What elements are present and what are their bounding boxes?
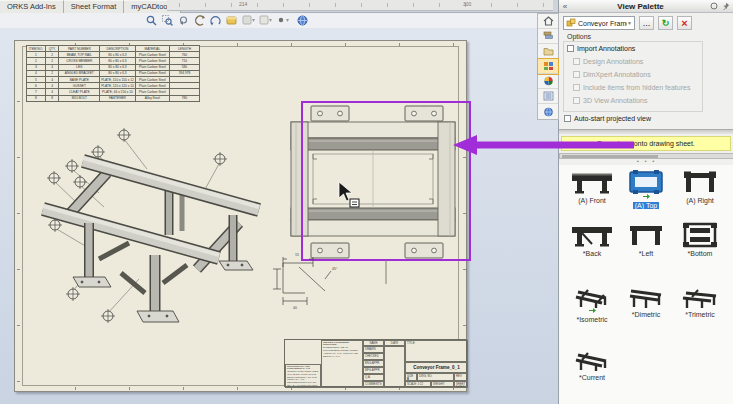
pin-icon[interactable]: [722, 2, 733, 11]
option-3d-view-annotations: 3D View Annotations: [573, 97, 647, 104]
title-label: TITLE:: [407, 341, 415, 345]
section-view-icon[interactable]: [192, 14, 206, 27]
checkbox: [573, 58, 580, 65]
panel-options-icon[interactable]: [710, 2, 722, 10]
bom-table[interactable]: ITEM NO.QTY.PART NUMBERDESCRIPTIONMATERI…: [26, 45, 200, 102]
back-view-thumbnail: [570, 218, 614, 248]
sheet-label: SHEET 1 OF 1: [454, 381, 468, 388]
bom-row: 88M10 BOLTFASTENERAlloy Steel780: [27, 95, 200, 101]
custom-properties-tab[interactable]: [538, 89, 558, 104]
chevron-down-icon: ▼: [627, 20, 632, 26]
edit-appearance-icon[interactable]: [276, 14, 290, 27]
splitter-grip[interactable]: • • •: [559, 159, 733, 163]
detail-sketch-view[interactable]: 15 45° 40: [269, 249, 381, 311]
view-item-left[interactable]: *Left: [619, 218, 673, 257]
approval-row: COMMENTS:: [363, 381, 384, 388]
approval-row: MFG APPR.: [363, 367, 384, 374]
view-item-back[interactable]: *Back: [565, 218, 619, 257]
dimetric-view-thumbnail: [626, 279, 666, 309]
dwg-no-label: DWG. NO.: [417, 373, 454, 381]
appearances-scenes-tab[interactable]: [538, 74, 558, 89]
view-item-trimetric[interactable]: *Trimetric: [673, 279, 727, 323]
previous-view-icon[interactable]: [176, 14, 190, 27]
drop-highlight-rectangle: [301, 101, 471, 261]
zoom-to-fit-icon[interactable]: [144, 14, 158, 27]
left-view-thumbnail: [626, 218, 666, 248]
approval-row: CHECKED: [363, 353, 384, 360]
panel-header: « View Palette: [559, 0, 733, 13]
document-selector-dropdown[interactable]: Conveyor Frame_ ▼: [563, 16, 635, 30]
trimetric-view-thumbnail: [680, 279, 720, 309]
collapse-panel-button[interactable]: «: [559, 2, 571, 11]
top-ruler: 214 300: [167, 0, 553, 11]
drag-indicator-icon: [642, 193, 651, 200]
option-autostart-projected[interactable]: Auto-start projected view: [564, 115, 651, 122]
heads-up-view-toolbar: [0, 13, 558, 28]
option-dimxpert-annotations: DimXpert Annotations: [573, 71, 651, 78]
close-document-button[interactable]: ×: [677, 16, 692, 30]
checkbox: [573, 97, 580, 104]
hide-show-items-icon[interactable]: [258, 14, 272, 27]
view-item-top[interactable]: (A) Top: [619, 165, 673, 209]
drawing-sheet[interactable]: ITEM NO.QTY.PART NUMBERDESCRIPTIONMATERI…: [14, 40, 467, 392]
detail-dim: 45°: [332, 267, 338, 271]
approval-row: Q.A.: [363, 374, 384, 381]
view-item-current[interactable]: *Current: [565, 342, 619, 381]
approval-row: DRAWN: [363, 346, 384, 353]
view-orientation-icon[interactable]: [208, 14, 222, 27]
view-item-bottom[interactable]: *Bottom: [673, 218, 727, 257]
drag-cursor: [337, 181, 363, 209]
view-thumbnail-list: (A) Front (A) Top (A) Right: [559, 165, 733, 404]
ruler-number: 300: [463, 1, 471, 7]
zoom-to-area-icon[interactable]: [160, 14, 174, 27]
proprietary-body: THE INFORMATION CONTAINED IN THIS DRAWIN…: [287, 367, 318, 388]
front-view-thumbnail: [570, 165, 614, 195]
drag-indicator-icon: [588, 307, 597, 314]
title-block[interactable]: PROPRIETARY AND CONFIDENTIAL THE INFORMA…: [284, 339, 467, 387]
assembly-icon: [566, 18, 576, 28]
tab-solidworks-addins[interactable]: ORKS Add-Ins: [0, 0, 64, 13]
frame-base-plates: [73, 261, 253, 322]
view-item-dimetric[interactable]: *Dimetric: [619, 279, 673, 323]
checkbox[interactable]: [564, 115, 571, 122]
right-view-thumbnail: [680, 165, 720, 195]
tab-sheet-format[interactable]: Sheet Format: [64, 0, 124, 13]
checkbox: [573, 71, 580, 78]
view-item-isometric[interactable]: *Isometric: [565, 279, 619, 323]
top-view-thumbnail-dragging: [627, 165, 665, 195]
bottom-view-thumbnail: [681, 218, 719, 248]
apply-scene-icon[interactable]: [224, 14, 238, 27]
checkbox[interactable]: [567, 45, 574, 52]
view-settings-icon[interactable]: [295, 14, 309, 27]
task-pane-view-palette: « View Palette Conveyor Frame_ ▼ ... ↻ ×…: [558, 0, 733, 404]
view-item-right[interactable]: (A) Right: [673, 165, 727, 209]
balloon-annotations: [47, 128, 227, 323]
file-explorer-tab[interactable]: [538, 44, 558, 59]
view-item-front[interactable]: (A) Front: [565, 165, 619, 209]
drawing-title: Conveyor Frame_0_1: [405, 362, 468, 373]
zone-ticks-left: [17, 46, 20, 386]
isometric-drawing-view[interactable]: [27, 107, 267, 337]
tolerance-body: DIMENSIONS ARE IN MILLIMETERS TOLERANCES…: [323, 346, 358, 358]
ruler-number: 214: [239, 1, 247, 7]
browse-document-button[interactable]: ...: [639, 16, 654, 30]
detail-dim: 15: [295, 253, 299, 257]
refresh-button[interactable]: ↻: [658, 16, 673, 30]
weight-label: WEIGHT:: [431, 381, 454, 388]
task-pane-tabstrip: [537, 13, 559, 120]
display-style-icon[interactable]: [241, 14, 255, 27]
view-palette-tab[interactable]: [538, 59, 558, 74]
isometric-view-thumbnail: [572, 279, 612, 309]
rev-label: REV: [454, 373, 468, 381]
checkbox: [573, 84, 580, 91]
graphics-area[interactable]: ITEM NO.QTY.PART NUMBERDESCRIPTIONMATERI…: [0, 28, 558, 404]
options-group-label: Options: [567, 33, 591, 40]
solidworks-resources-tab[interactable]: [538, 14, 558, 29]
design-library-tab[interactable]: [538, 29, 558, 44]
approval-row: ENG APPR.: [363, 360, 384, 367]
detail-dim: 40: [293, 306, 297, 310]
option-include-hidden: Include items from hidden features: [573, 84, 690, 91]
small-section-mark: [383, 259, 389, 285]
solidworks-forum-tab[interactable]: [538, 104, 558, 119]
option-import-annotations[interactable]: Import Annotations: [567, 45, 635, 52]
